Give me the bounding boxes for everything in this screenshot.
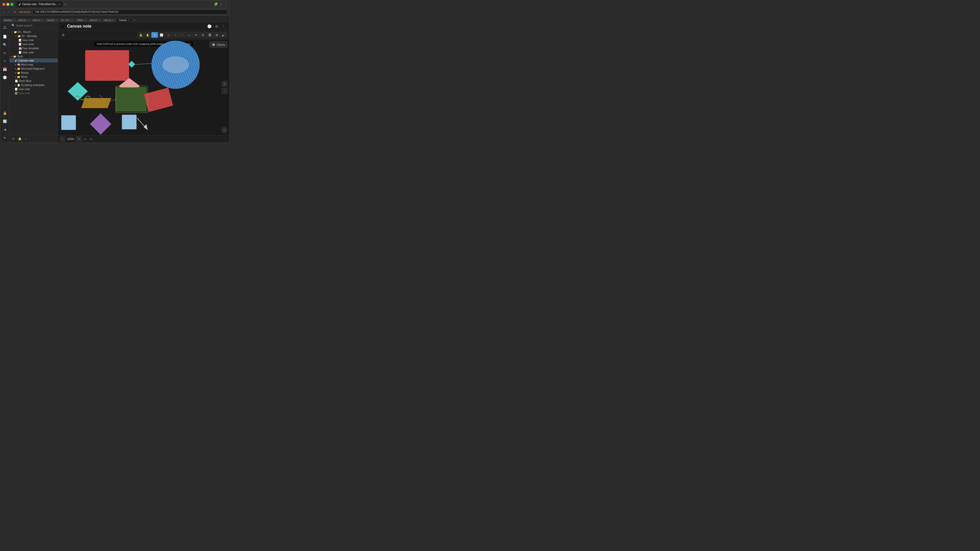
canvas-viewport[interactable]: Hold Ctrl/Cmd to prevent nodes from snap…: [58, 40, 229, 135]
undo-redo-controls: ↩ ↪: [83, 137, 94, 141]
address-input[interactable]: [32, 10, 228, 14]
arrow-toolbar-btn[interactable]: →: [179, 32, 186, 38]
tab-close-icon[interactable]: ✕: [59, 3, 61, 6]
sidebar-collapse-icon[interactable]: ⟨: [24, 137, 27, 141]
minimize-button[interactable]: [6, 3, 10, 6]
tree-item-newnote4[interactable]: 📝 new note: [10, 87, 58, 91]
arrow-head: [144, 124, 148, 130]
newnc2-close[interactable]: ✕: [41, 19, 43, 21]
nav-tab-newnc3[interactable]: new nc ✕: [88, 18, 102, 22]
text-toolbar-btn[interactable]: A: [200, 32, 206, 38]
info-canvas-button[interactable]: ⓘ: [221, 127, 228, 133]
tree-item-mindmap[interactable]: ▶ 🧠 Mind map: [10, 62, 58, 67]
menu-toolbar-btn[interactable]: ☰: [60, 32, 67, 38]
lightblue-rect-shape[interactable]: [61, 115, 76, 130]
nav-tab-canvas[interactable]: Canvas ✕: [116, 18, 132, 22]
recent-notes-icon[interactable]: ✦: [1, 57, 8, 65]
clear-toolbar-btn[interactable]: 🧹: [220, 32, 227, 38]
file-tree-sidebar: 🔍 Quick search ▼ 📁 03 - March ▼ 📁 10 - M…: [10, 22, 58, 143]
tree-item-tech[interactable]: ▶ 📂 Tech: [10, 54, 58, 59]
tree-item-mermaid[interactable]: ▶ 📁 Mermaid Diagrams: [10, 67, 58, 71]
split-view-icon[interactable]: ⊞: [214, 24, 219, 29]
tree-item-newnote1[interactable]: 📝 new note: [10, 38, 58, 42]
redo-button[interactable]: ↪: [89, 137, 94, 141]
undo-button[interactable]: ↩: [83, 137, 88, 141]
collapse-sidebar-icon[interactable]: ◀: [1, 126, 8, 133]
tree-item-work[interactable]: ▶ 📂 Work: [10, 75, 58, 79]
calendar-icon[interactable]: 📅: [1, 65, 8, 73]
nav-tab-search[interactable]: Search ✕: [45, 18, 59, 22]
info-icon[interactable]: ●: [1, 134, 8, 141]
nav-tab-bar: Backup ✕ new nc ✕ new nc ✕ Search ✕ 31 -…: [0, 16, 229, 22]
nav-tab-backup[interactable]: Backup ✕: [2, 18, 16, 22]
nav-tab-newnc1[interactable]: new nc ✕: [17, 18, 30, 22]
canvas-tab-close[interactable]: ✕: [128, 19, 130, 21]
nav-tab-newnc2[interactable]: new nc ✕: [31, 18, 45, 22]
backup-tab-close[interactable]: ✕: [13, 19, 14, 21]
sidebar-notification-icon[interactable]: 🔔: [17, 137, 23, 141]
diamond-toolbar-btn[interactable]: ◇: [165, 32, 172, 38]
tree-item-scripting[interactable]: ▶ 📋 Scripting examples: [10, 83, 58, 87]
close-button[interactable]: [2, 3, 5, 6]
tree-item-newnote2[interactable]: 📝 new note: [10, 42, 58, 46]
add-nav-tab-button[interactable]: +: [133, 18, 137, 22]
tree-item-steelblue[interactable]: 📄 Steel Blue: [10, 79, 58, 83]
forward-button[interactable]: ›: [7, 10, 11, 14]
more-options-icon[interactable]: ⋮: [221, 24, 226, 29]
jump-to-icon[interactable]: ➤: [1, 49, 8, 56]
history-icon[interactable]: 🕐: [206, 24, 213, 29]
tree-item-monday[interactable]: ▼ 📁 10 - Monday: [10, 34, 58, 38]
lightblue-rect-shape2[interactable]: [122, 115, 137, 129]
back-button[interactable]: ‹: [2, 10, 5, 14]
nav-tab-31th[interactable]: 31 - Th... ✕: [59, 18, 75, 22]
zoom-out-button[interactable]: −: [60, 137, 65, 141]
tree-item-books[interactable]: ▶ 📁 Books: [10, 71, 58, 75]
nav-tab-newnc4[interactable]: new nc ✕: [102, 18, 116, 22]
newnc3-label: new nc: [90, 19, 97, 21]
calendar-note-icon: 📅: [19, 47, 22, 50]
nav-tab-other[interactable]: Other ✕: [75, 18, 88, 22]
pen-toolbar-btn[interactable]: ✏: [192, 32, 199, 38]
bookmark-icon[interactable]: ☆: [220, 2, 223, 6]
newnc4-close[interactable]: ✕: [112, 19, 114, 21]
eraser-toolbar-btn[interactable]: ⊕: [213, 32, 220, 38]
teal-diamond-shape[interactable]: [68, 82, 88, 101]
lock-toolbar-btn[interactable]: 🔒: [138, 32, 144, 38]
extensions-icon[interactable]: 🧩: [214, 2, 218, 6]
search-sidebar-icon[interactable]: 🔍: [1, 41, 8, 48]
settings-icon[interactable]: ⋮: [224, 2, 228, 6]
zoom-in-button[interactable]: +: [76, 137, 81, 141]
newnc1-close[interactable]: ✕: [27, 19, 29, 21]
sync-icon[interactable]: 🔄: [1, 118, 8, 125]
other-close[interactable]: ✕: [84, 19, 86, 21]
sidebar-sync-icon[interactable]: ⚙: [11, 137, 16, 141]
protected-session-icon[interactable]: 🔒: [1, 110, 8, 117]
line-toolbar-btn[interactable]: —: [186, 32, 192, 38]
newnc4-label: new nc: [104, 19, 111, 21]
teal-diamond-connector[interactable]: [128, 61, 135, 68]
select-toolbar-btn[interactable]: ↖: [151, 32, 158, 38]
history-icon[interactable]: 🕐: [1, 74, 8, 81]
circle-toolbar-btn[interactable]: ○: [172, 32, 179, 38]
31th-close[interactable]: ✕: [71, 19, 73, 21]
quick-search[interactable]: 🔍 Quick search: [10, 22, 58, 29]
chevron-right-icon[interactable]: ›: [222, 88, 228, 94]
new-tab-button[interactable]: +: [63, 2, 67, 6]
green-rect-shape[interactable]: [116, 87, 146, 111]
active-tab[interactable]: 🖌 Canvas note - TriliumNext No... ✕: [17, 1, 63, 7]
search-tab-close[interactable]: ✕: [56, 19, 57, 21]
rect-toolbar-btn[interactable]: ⬜: [158, 32, 165, 38]
tree-item-newnote3[interactable]: 📝 new note: [10, 50, 58, 54]
tree-item-daytemplate[interactable]: 📅 Day template: [10, 46, 58, 50]
copy-icon[interactable]: ⧉: [222, 81, 228, 87]
tree-item-march[interactable]: ▼ 📁 03 - March: [10, 30, 58, 34]
tree-item-canvas[interactable]: 🖌 Canvas note: [10, 59, 58, 62]
newnc3-close[interactable]: ✕: [98, 19, 100, 21]
image-toolbar-btn[interactable]: 🖼: [207, 32, 213, 38]
new-note-icon[interactable]: 📄: [1, 33, 8, 40]
chevron-icon: ▶: [15, 72, 16, 74]
maximize-button[interactable]: [11, 3, 14, 6]
hand-toolbar-btn[interactable]: ✋: [145, 32, 151, 38]
reload-button[interactable]: ↻: [13, 10, 17, 14]
tree-item-newnote5[interactable]: 📝 new note: [10, 91, 58, 95]
